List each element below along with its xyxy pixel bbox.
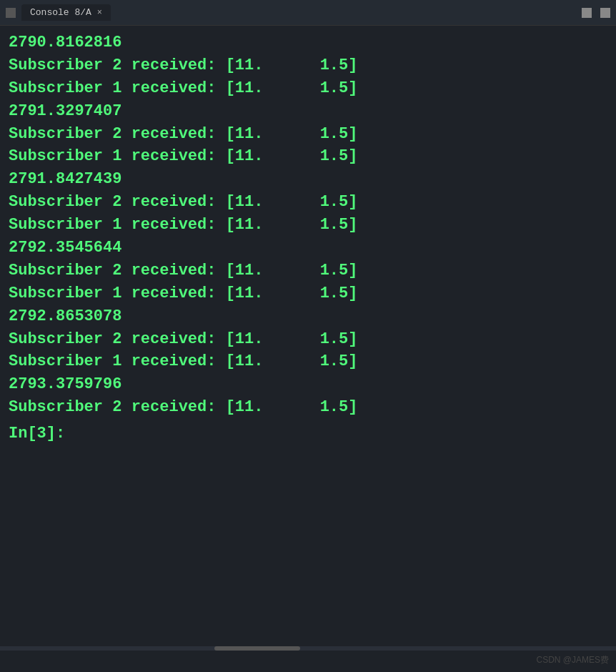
prompt-in: In <box>9 425 27 443</box>
maximize-icon[interactable] <box>600 8 610 18</box>
scrollbar-area[interactable] <box>0 646 616 651</box>
console-line: Subscriber 2 received: [11. 1.5] <box>9 191 607 214</box>
prompt-number: 3 <box>37 425 46 443</box>
watermark: CSDN @JAMES费 <box>536 654 609 666</box>
console-line: Subscriber 2 received: [11. 1.5] <box>9 123 607 146</box>
console-line: Subscriber 1 received: [11. 1.5] <box>9 350 607 373</box>
console-line: Subscriber 1 received: [11. 1.5] <box>9 77 607 100</box>
prompt-bracket-open: [ <box>27 425 36 443</box>
close-icon[interactable]: × <box>97 8 102 18</box>
console-line: 2792.3545644 <box>9 237 607 260</box>
tab-label: Console 8/A <box>30 7 91 18</box>
console-area: 2790.8162816Subscriber 2 received: [11. … <box>0 26 616 672</box>
console-line: Subscriber 2 received: [11. 1.5] <box>9 54 607 77</box>
console-tab[interactable]: Console 8/A × <box>21 4 111 21</box>
prompt-bracket-close: ] <box>46 425 56 443</box>
console-line: Subscriber 1 received: [11. 1.5] <box>9 214 607 237</box>
console-line: Subscriber 1 received: [11. 1.5] <box>9 282 607 305</box>
prompt-colon: : <box>56 425 65 443</box>
console-line: 2790.8162816 <box>9 31 607 54</box>
console-line: 2791.8427439 <box>9 168 607 191</box>
console-line: Subscriber 1 received: [11. 1.5] <box>9 145 607 168</box>
window-icon <box>6 8 16 18</box>
title-bar: Console 8/A × <box>0 0 616 26</box>
console-line: 2793.3759796 <box>9 373 607 396</box>
console-line: 2791.3297407 <box>9 100 607 123</box>
minimize-icon[interactable] <box>582 8 592 18</box>
console-line: 2792.8653078 <box>9 305 607 328</box>
input-prompt[interactable]: In [3]: <box>9 425 607 443</box>
window-controls <box>582 8 610 18</box>
console-line: Subscriber 2 received: [11. 1.5] <box>9 396 607 419</box>
scrollbar-thumb[interactable] <box>214 646 300 651</box>
console-line: Subscriber 2 received: [11. 1.5] <box>9 328 607 351</box>
console-line: Subscriber 2 received: [11. 1.5] <box>9 260 607 282</box>
